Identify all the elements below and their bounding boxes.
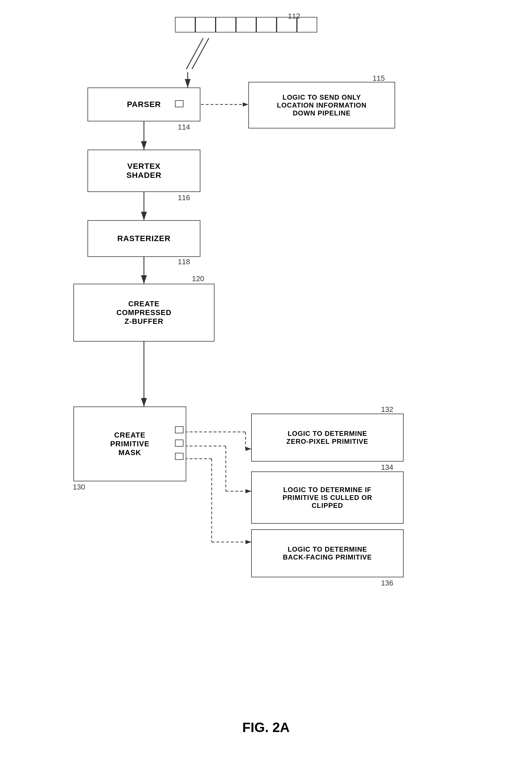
- parser-icon: [175, 100, 183, 107]
- figure-label: FIG. 2A: [242, 720, 290, 735]
- logic-115-box: LOGIC TO SEND ONLY LOCATION INFORMATION …: [248, 82, 395, 128]
- figure-title: FIG. 2A: [242, 720, 290, 735]
- vertex-shader-label: VERTEX SHADER: [126, 162, 161, 180]
- ref-134: 134: [381, 463, 393, 472]
- ref-132: 132: [381, 405, 393, 414]
- logic-136-label: LOGIC TO DETERMINE BACK-FACING PRIMITIVE: [283, 545, 372, 561]
- logic-132-box: LOGIC TO DETERMINE ZERO-PIXEL PRIMITIVE: [251, 414, 404, 462]
- buffer-cell-2: [195, 17, 216, 32]
- ref-136: 136: [381, 579, 393, 587]
- create-mask-label: CREATE PRIMITIVE MASK: [110, 431, 149, 457]
- ref-114: 114: [178, 123, 190, 132]
- create-zbuffer-box: CREATE COMPRESSED Z-BUFFER: [73, 284, 214, 342]
- ref-115: 115: [373, 74, 385, 83]
- svg-line-2: [186, 38, 203, 69]
- mask-icon-3: [175, 453, 183, 460]
- mask-icon-2: [175, 440, 183, 447]
- logic-132-label: LOGIC TO DETERMINE ZERO-PIXEL PRIMITIVE: [286, 430, 368, 445]
- rasterizer-label: RASTERIZER: [117, 234, 171, 243]
- create-mask-box: CREATE PRIMITIVE MASK: [73, 407, 186, 481]
- ref-130: 130: [73, 483, 85, 491]
- ref-112: 112: [288, 12, 300, 21]
- buffer-cell-3: [216, 17, 236, 32]
- buffer-cell-1: [175, 17, 195, 32]
- parser-label: PARSER: [127, 100, 161, 109]
- diagram-container: 112 PARSER 114 LOGIC TO SEND ONLY LOCATI…: [0, 0, 532, 769]
- ref-116: 116: [178, 193, 190, 202]
- parser-box: PARSER: [87, 88, 200, 121]
- vertex-shader-box: VERTEX SHADER: [87, 150, 200, 192]
- rasterizer-box: RASTERIZER: [87, 220, 200, 257]
- ref-120: 120: [192, 274, 204, 283]
- logic-134-label: LOGIC TO DETERMINE IF PRIMITIVE IS CULLE…: [283, 486, 372, 510]
- mask-icon-1: [175, 426, 183, 433]
- svg-line-3: [192, 38, 209, 69]
- logic-115-label: LOGIC TO SEND ONLY LOCATION INFORMATION …: [277, 93, 367, 117]
- buffer-cell-5: [256, 17, 277, 32]
- create-zbuffer-label: CREATE COMPRESSED Z-BUFFER: [117, 300, 172, 326]
- logic-134-box: LOGIC TO DETERMINE IF PRIMITIVE IS CULLE…: [251, 471, 404, 524]
- ref-118: 118: [178, 257, 190, 266]
- buffer-cell-4: [236, 17, 256, 32]
- logic-136-box: LOGIC TO DETERMINE BACK-FACING PRIMITIVE: [251, 529, 404, 577]
